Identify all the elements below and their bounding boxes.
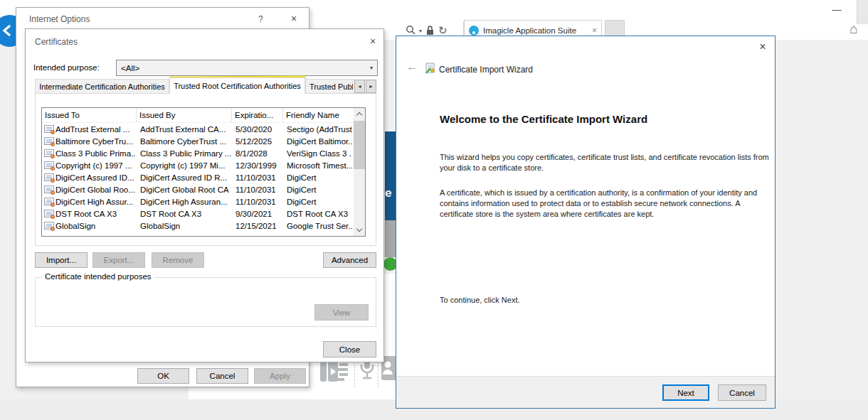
column-header-issued-to[interactable]: Issued To (42, 108, 137, 122)
minimize-button[interactable]: — (830, 7, 844, 16)
tab-close-icon[interactable]: × (592, 26, 597, 36)
certificate-cell: DigiCert Baltimor... (282, 137, 352, 146)
new-tab-button[interactable] (605, 20, 625, 36)
column-header-issued-by[interactable]: Issued By (137, 108, 232, 122)
certificate-icon (44, 185, 54, 193)
scroll-down-icon[interactable] (354, 224, 365, 236)
certificate-icon (44, 125, 54, 133)
certificate-row[interactable]: Copyright (c) 1997 ...Copyright (c) 1997… (42, 159, 365, 171)
wizard-cancel-button[interactable]: Cancel (718, 384, 766, 401)
certificate-cell: DigiCert Global Root CA (136, 185, 231, 194)
apply-button[interactable]: Apply (254, 368, 306, 384)
import-button[interactable]: Import... (35, 252, 88, 268)
certificate-row[interactable]: DigiCert Assured ID...DigiCert Assured I… (42, 171, 365, 183)
page-banner-blue: e (385, 131, 396, 220)
certificate-cell: Sectigo (AddTrust) (282, 125, 352, 134)
certificate-cell: DST Root CA X3 (136, 210, 231, 218)
view-button[interactable]: View (314, 304, 369, 321)
page-white-band (189, 388, 317, 399)
wizard-continue-text: To continue, click Next. (440, 295, 774, 306)
certificate-row[interactable]: DigiCert Global Roo...DigiCert Global Ro… (42, 183, 365, 195)
window-corner-button[interactable] (857, 0, 868, 24)
certificate-cell: 12/15/2021 (231, 222, 282, 230)
certificate-cell: 11/10/2031 (231, 173, 282, 182)
certificate-icon (44, 173, 54, 181)
cancel-button[interactable]: Cancel (196, 368, 248, 384)
certificate-list-header: Issued To Issued By Expiratio... Friendl… (42, 108, 365, 123)
intended-purposes-group-label: Certificate intended purposes (42, 272, 154, 281)
wizard-back-icon[interactable]: ← (406, 60, 418, 73)
intended-purpose-value: <All> (121, 64, 139, 72)
certificate-cell: VeriSign Class 3 ... (282, 149, 352, 158)
certificate-icon (44, 149, 54, 157)
internet-options-close-icon[interactable]: × (288, 14, 300, 23)
certificate-cell: Microsoft Timest... (282, 161, 352, 170)
advanced-button[interactable]: Advanced (323, 252, 376, 268)
wizard-paragraph-1: This wizard helps you copy certificates,… (440, 152, 774, 173)
certificate-cell: Google Trust Ser... (282, 222, 352, 230)
remove-button[interactable]: Remove (152, 252, 204, 268)
certificate-cell: DigiCert (282, 173, 352, 182)
banner-letter: e (385, 186, 391, 200)
certificates-close-icon[interactable]: × (367, 36, 379, 46)
certificate-row[interactable]: AddTrust External ...AddTrust External C… (42, 123, 365, 135)
certificate-row[interactable]: DigiCert High Assur...DigiCert High Assu… (42, 195, 365, 208)
certificate-cell: AddTrust External ... (54, 125, 136, 134)
wizard-certificate-icon (425, 63, 436, 75)
wizard-paragraph-2: A certificate, which is issued by a cert… (440, 188, 774, 220)
page-video-queue-icon (320, 359, 349, 387)
home-icon[interactable]: ⌂ (845, 21, 862, 37)
certificate-row[interactable]: Class 3 Public Prima...Class 3 Public Pr… (42, 147, 365, 159)
tab-favicon-icon (469, 26, 479, 36)
certificate-cell: DigiCert (282, 198, 352, 206)
next-button[interactable]: Next (662, 384, 709, 401)
certificate-cell: Copyright (c) 1997 Mi... (136, 161, 231, 170)
certificate-cell: GlobalSign (136, 222, 231, 230)
certificate-cell: Copyright (c) 1997 ... (54, 161, 136, 170)
certificate-row[interactable]: DST Root CA X3DST Root CA X39/30/2021DST… (42, 208, 365, 220)
certificate-row[interactable]: GlobalSignGlobalSign12/15/2021Google Tru… (42, 220, 365, 232)
certificate-cell: 11/10/2031 (231, 185, 282, 194)
help-icon[interactable]: ? (258, 14, 263, 24)
wizard-footer: Next Cancel (396, 376, 775, 408)
certificate-cell: 8/1/2028 (231, 149, 282, 158)
certificate-row[interactable]: Baltimore CyberTru...Baltimore CyberTrus… (42, 135, 365, 147)
certificate-icon (44, 210, 54, 217)
certificate-cell: DST Root CA X3 (54, 210, 136, 218)
search-icon[interactable] (406, 25, 416, 36)
certificates-dialog: Certificates × Intended purpose: <All> ▾… (25, 28, 384, 362)
certificate-import-wizard: × ← Certificate Import Wizard Welcome to… (396, 36, 776, 409)
certificate-list: Issued To Issued By Expiratio... Friendl… (41, 107, 366, 237)
wizard-close-icon[interactable]: × (756, 42, 769, 52)
certificate-icon (44, 198, 54, 205)
search-caret-icon[interactable]: ▾ (419, 28, 422, 34)
tab-scroll-left-icon[interactable]: ◄ (354, 80, 365, 93)
certificates-title: Certificates (35, 37, 78, 47)
certificate-cell: AddTrust External CA... (136, 125, 231, 134)
tab-intermediate-cas[interactable]: Intermediate Certification Authorities (35, 79, 169, 94)
certificate-icon (44, 222, 54, 230)
wizard-title: Certificate Import Wizard (439, 65, 533, 75)
ok-button[interactable]: OK (137, 368, 189, 384)
certificate-icon (44, 161, 54, 169)
column-header-expiration[interactable]: Expiratio... (232, 108, 283, 122)
certificate-list-body: AddTrust External ...AddTrust External C… (42, 123, 365, 232)
internet-options-title: Internet Options (29, 14, 90, 24)
certificate-cell: DST Root CA X3 (282, 210, 352, 218)
tab-label: Intermediate Certification Authorities (39, 82, 165, 91)
intended-purpose-select[interactable]: <All> ▾ (116, 60, 378, 76)
tab-scroll-right-icon[interactable]: ► (366, 80, 376, 93)
certificate-cell: GlobalSign (54, 222, 136, 230)
tab-trusted-root-cas[interactable]: Trusted Root Certification Authorities (169, 77, 305, 94)
scroll-up-icon[interactable] (354, 108, 365, 120)
certificate-icon (44, 137, 54, 145)
export-button[interactable]: Export... (92, 252, 145, 268)
certificate-cell: DigiCert High Assur... (54, 198, 136, 206)
scrollbar-thumb[interactable] (354, 121, 365, 169)
tab-trusted-publishers[interactable]: Trusted Publ (305, 79, 354, 94)
column-header-friendly-name[interactable]: Friendly Name (283, 108, 355, 122)
list-scrollbar[interactable] (354, 108, 365, 236)
certificate-cell: Class 3 Public Prima... (54, 149, 136, 158)
lock-icon (425, 25, 435, 37)
close-button[interactable]: Close (323, 341, 376, 357)
